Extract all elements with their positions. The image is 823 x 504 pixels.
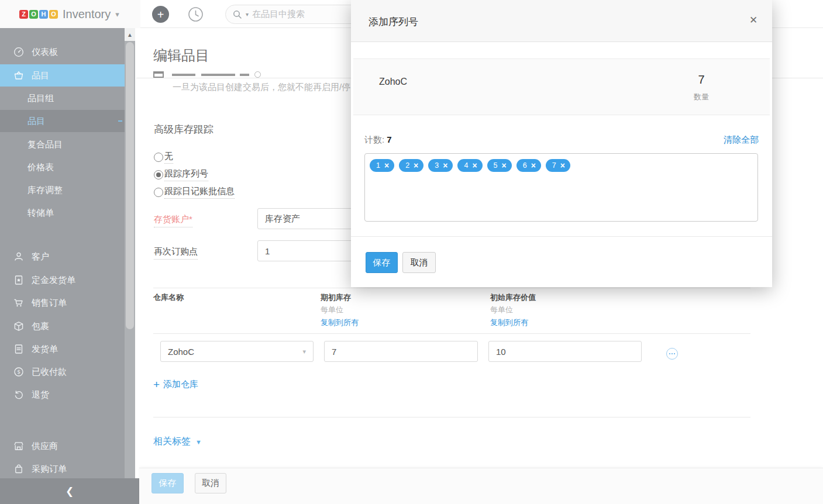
section-divider xyxy=(153,417,750,417)
col-opening-stock-value: 初始库存价值 xyxy=(490,292,536,303)
inventory-account-label: 存货账户* xyxy=(154,214,192,227)
row-more-options-button[interactable] xyxy=(666,348,678,360)
sidebar-item-sales-returns[interactable]: 退货 xyxy=(0,384,125,406)
history-clock-icon xyxy=(188,6,204,22)
clipped-text-fragment xyxy=(172,74,195,76)
radio-option-track-serial[interactable]: 跟踪序列号 xyxy=(154,168,208,181)
modal-cancel-button[interactable]: 取消 xyxy=(402,252,436,273)
sidebar-item-inventory-adjustments[interactable]: 库存调整 xyxy=(0,179,125,201)
page-cancel-button[interactable]: 取消 xyxy=(195,473,226,493)
table-top-divider xyxy=(153,288,750,288)
modal-save-button[interactable]: 保存 xyxy=(366,252,398,273)
bag-icon xyxy=(13,464,24,474)
serial-chip[interactable]: 5× xyxy=(487,159,512,172)
chip-remove-icon[interactable]: × xyxy=(531,161,536,170)
sidebar-item-packages[interactable]: 包裹 xyxy=(0,315,125,337)
recent-history-button[interactable] xyxy=(188,6,204,22)
warehouse-select[interactable]: ZohoC ▾ xyxy=(160,341,314,362)
sidebar-item-sales-orders[interactable]: 销售订单 xyxy=(0,292,125,314)
chip-remove-icon[interactable]: × xyxy=(414,161,418,170)
chip-remove-icon[interactable]: × xyxy=(443,161,447,170)
sidebar-item-item-groups[interactable]: 品目组 xyxy=(0,87,125,109)
search-placeholder: 在品目中搜索 xyxy=(252,9,305,20)
collapse-chevron-icon: ❮ xyxy=(66,485,74,498)
copy-to-all-link[interactable]: 复制到所有 xyxy=(490,317,528,328)
sidebar-item-composite-items[interactable]: 复合品目 xyxy=(0,133,125,156)
chip-remove-icon[interactable]: × xyxy=(560,161,565,170)
col-warehouse-name: 仓库名称 xyxy=(153,292,184,303)
add-serial-numbers-modal: 添加序列号 ✕ ZohoC 7 数量 计数: 7 清除全部 1× 2× 3× 4… xyxy=(351,0,772,287)
serial-chip[interactable]: 3× xyxy=(428,159,453,172)
plus-icon: + xyxy=(157,9,164,20)
zoho-logo[interactable]: Z O H O Inventory ▾ xyxy=(19,6,119,22)
chip-remove-icon[interactable]: × xyxy=(502,161,507,170)
dot xyxy=(669,353,671,355)
radio-option-track-batch[interactable]: 跟踪日记账批信息 xyxy=(154,186,235,199)
per-unit-label: 每单位 xyxy=(490,305,513,315)
search-icon xyxy=(233,10,242,19)
radio-icon[interactable] xyxy=(154,188,163,197)
clipped-text-fragment xyxy=(201,74,235,76)
add-warehouse-link[interactable]: + 添加仓库 xyxy=(153,379,198,390)
chip-remove-icon[interactable]: × xyxy=(384,161,389,170)
quantity-value: 7 xyxy=(681,73,722,87)
item-name: ZohoC xyxy=(379,77,407,87)
document-icon xyxy=(13,344,24,354)
related-tags-toggle[interactable]: 相关标签 ▼ xyxy=(153,436,202,448)
serial-chip[interactable]: 4× xyxy=(457,159,482,172)
quick-add-button[interactable]: + xyxy=(152,6,169,23)
sidebar-scrollbar-thumb[interactable] xyxy=(126,42,134,329)
sidebar-item-transfer-orders[interactable]: 转储单 xyxy=(0,202,125,224)
chevron-down-icon[interactable]: ▾ xyxy=(115,10,119,19)
sidebar-item-payments-received[interactable]: $ 已收付款 xyxy=(0,361,125,383)
table-header-divider xyxy=(153,333,750,334)
logo-letter: O xyxy=(29,10,38,19)
sidebar-item-dashboard[interactable]: 仪表板 xyxy=(0,41,125,63)
triangle-down-icon: ▼ xyxy=(195,439,202,446)
sidebar-item-purchase-orders[interactable]: 采购订单 xyxy=(0,458,125,480)
sidebar-item-vendors[interactable]: 供应商 xyxy=(0,435,125,457)
modal-title: 添加序列号 xyxy=(369,15,418,29)
sidebar-item-items-sub[interactable]: 品目 xyxy=(0,110,125,132)
search-scope-caret-icon[interactable]: ▾ xyxy=(246,11,249,18)
dot xyxy=(672,353,673,355)
page-title: 编辑品目 xyxy=(153,46,209,65)
sidebar-item-items[interactable]: 品目 xyxy=(0,64,125,87)
sidebar-item-price-lists[interactable]: 价格表 xyxy=(0,156,125,178)
logo-letter: Z xyxy=(19,10,28,19)
opening-stock-value-input[interactable]: 10 xyxy=(488,341,642,362)
serial-chip[interactable]: 7× xyxy=(546,159,570,172)
sidebar: 仪表板 品目 品目组 品目 复合品目 价格表 库存调整 转储单 xyxy=(0,28,125,504)
serial-chip[interactable]: 6× xyxy=(516,159,541,172)
clear-all-link[interactable]: 清除全部 xyxy=(690,134,759,146)
clipped-text-fragment xyxy=(240,74,249,76)
logo-letter: H xyxy=(39,10,48,19)
app-window: Z O H O Inventory ▾ + ▾ 在品目中搜索 xyxy=(0,0,823,504)
close-icon[interactable]: ✕ xyxy=(748,14,759,26)
scroll-up-arrow-icon[interactable]: ▲ xyxy=(125,28,135,41)
radio-option-none[interactable]: 无 xyxy=(154,151,173,164)
cart-icon xyxy=(13,298,24,308)
plus-icon: + xyxy=(153,379,160,390)
serial-count-value: 7 xyxy=(387,134,391,144)
serial-count: 计数: 7 xyxy=(364,134,392,146)
sidebar-item-retainer-invoices[interactable]: 定金发货单 xyxy=(0,269,125,291)
serial-chip[interactable]: 2× xyxy=(399,159,423,172)
sidebar-item-shipments[interactable]: 发货单 xyxy=(0,338,125,360)
page-save-button[interactable]: 保存 xyxy=(151,473,184,493)
opening-stock-input[interactable]: 7 xyxy=(324,341,478,362)
package-box-icon xyxy=(13,321,24,332)
dollar-circle-icon: $ xyxy=(13,367,24,377)
serial-numbers-input-area[interactable]: 1× 2× 3× 4× 5× 6× 7× xyxy=(364,153,758,222)
sidebar-item-customers[interactable]: 客户 xyxy=(0,246,125,268)
app-name: Inventory xyxy=(63,8,111,21)
col-opening-stock: 期初库存 xyxy=(321,292,351,303)
copy-to-all-link[interactable]: 复制到所有 xyxy=(321,317,359,328)
radio-icon[interactable] xyxy=(154,153,163,162)
logo-letter: O xyxy=(49,10,58,19)
basket-icon xyxy=(13,70,24,81)
radio-selected-icon[interactable] xyxy=(154,170,163,179)
sidebar-collapse-bar[interactable]: ❮ xyxy=(0,478,139,504)
serial-chip[interactable]: 1× xyxy=(370,159,394,172)
chip-remove-icon[interactable]: × xyxy=(472,161,477,170)
